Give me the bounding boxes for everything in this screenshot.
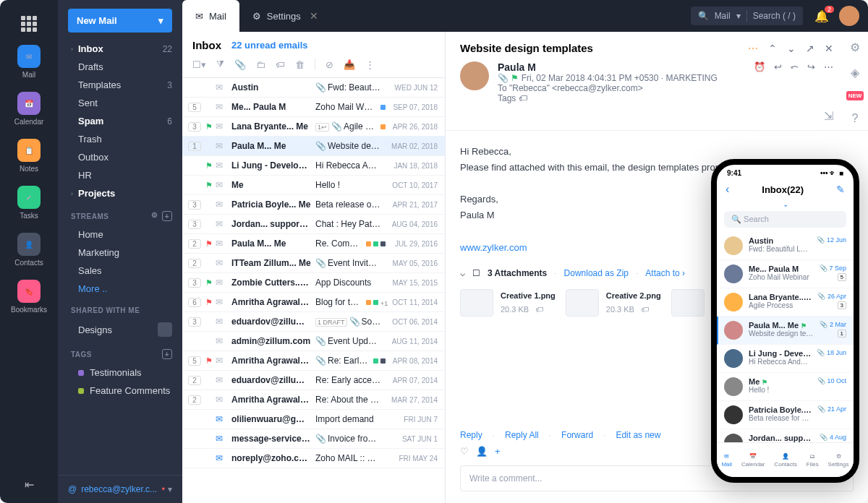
mobile-email-row[interactable]: Me ⚑ Hello ! 📎 10 Oct <box>717 373 854 401</box>
archive-icon[interactable]: 📥 <box>344 59 355 70</box>
more-actions-icon[interactable]: ⋯ <box>824 61 833 103</box>
popout-icon[interactable]: ↗ <box>806 43 814 54</box>
email-row[interactable]: 3 ⚑ ✉ Patricia Boyle... Me Beta release … <box>182 195 445 215</box>
email-row[interactable]: 2 ⚑ ✉ eduardov@zillum.c... Re: Early acc… <box>182 371 445 390</box>
reply-all-link[interactable]: Reply All <box>505 430 539 440</box>
mobile-email-row[interactable]: Lana Bryante... Me ⚑ Agile Process 📎 26 … <box>717 288 854 317</box>
tag-feature-comments[interactable]: Feature Comments <box>58 382 182 400</box>
folder-projects[interactable]: › Projects <box>58 184 182 202</box>
email-row[interactable]: 6 ⚑ ✉ Amritha Agrawal... ... Blog for th… <box>182 293 445 312</box>
mobile-email-row[interactable]: Li Jung - Developer ⚑ Hi Rebecca Anderso… <box>717 345 854 373</box>
close-reader-icon[interactable]: ✕ <box>825 43 833 54</box>
add-tag-inline-icon[interactable]: 🏷 <box>519 93 527 103</box>
email-row[interactable]: 0 ⚑ ✉ Austin 📎Fwd: Beautiful locati... W… <box>182 78 445 98</box>
rail-calendar[interactable]: 📅 Calendar <box>11 92 47 126</box>
email-row[interactable]: 0 ⚑ ✉ admin@zillum.com 📎Event Updated - … <box>182 332 445 351</box>
select-all-checkbox[interactable]: ☐▾ <box>192 59 206 70</box>
edit-as-new-link[interactable]: Edit as new <box>616 430 660 440</box>
prev-email-icon[interactable]: ⌃ <box>768 43 777 54</box>
mobile-email-row[interactable]: Me... Paula M Zoho Mail Webinar 📎 7 Sep … <box>717 260 854 288</box>
more-icon[interactable]: ⋮ <box>365 59 375 70</box>
folder-trash[interactable]: Trash <box>58 130 182 148</box>
email-row[interactable]: 3 ⚑ ✉ eduardov@zillum.c... 1 DRAFT📎Some … <box>182 312 445 332</box>
stream-home[interactable]: Home <box>58 225 182 244</box>
search-box[interactable]: 🔍 Mail▾ Search ( / ) <box>691 7 803 25</box>
folder-hr[interactable]: HR <box>58 166 182 184</box>
notifications-icon[interactable]: 🔔2 <box>814 9 829 23</box>
conversation-icon[interactable]: ⋯ <box>748 43 758 54</box>
folder-spam[interactable]: Spam 6 <box>58 112 182 130</box>
email-row[interactable]: 2 ⚑ ✉ Amritha Agrawal... ... Re: About t… <box>182 390 445 410</box>
like-icon[interactable]: ♡ <box>460 446 469 457</box>
folder-drafts[interactable]: Drafts <box>58 58 182 76</box>
email-row[interactable]: 3 ⚑ ✉ Zombie Cutters... le... App Discou… <box>182 273 445 293</box>
stream-more-[interactable]: More .. <box>58 280 182 298</box>
tag-testimonials[interactable]: Testimonials <box>58 364 182 382</box>
stream-marketing[interactable]: Marketing <box>58 244 182 262</box>
rail-mail[interactable]: ✉ Mail <box>11 45 47 79</box>
folder-inbox[interactable]: › Inbox 22 <box>58 40 182 58</box>
mobile-compose-icon[interactable]: ✎ <box>836 184 845 195</box>
share-person-icon[interactable]: 👤 <box>476 446 488 457</box>
reply-icon[interactable]: ↩ <box>774 61 782 103</box>
collapse-rail-icon[interactable]: ⇤ <box>25 478 34 491</box>
tab-settings[interactable]: ⚙ Settings ✕ <box>239 0 331 32</box>
mobile-tab-calendar[interactable]: 📅Calendar <box>741 453 765 468</box>
email-row[interactable]: 0 ⚑ ✉ Me Hello ! OCT 10, 2017 <box>182 176 445 195</box>
attach-to-link[interactable]: Attach to › <box>645 266 685 280</box>
folder-sent[interactable]: Sent <box>58 94 182 112</box>
stream-sales[interactable]: Sales <box>58 262 182 280</box>
mobile-email-row[interactable]: Austin Fwd: Beautiful Locations 📎 12 Jun <box>717 232 854 260</box>
apps-launcher-icon[interactable] <box>21 16 37 32</box>
new-mail-button[interactable]: New Mail ▾ <box>68 9 172 33</box>
shared-designs[interactable]: Designs <box>58 319 182 340</box>
folder-templates[interactable]: Templates 3 <box>58 76 182 94</box>
download-zip-link[interactable]: Download as Zip <box>564 266 629 280</box>
reminder-icon[interactable]: ⏰ <box>754 61 765 103</box>
rail-bookmarks[interactable]: 🔖 Bookmarks <box>11 280 47 314</box>
mobile-search[interactable]: 🔍 Search <box>724 211 846 228</box>
next-email-icon[interactable]: ⌄ <box>787 43 796 54</box>
rail-notes[interactable]: 📋 Notes <box>11 139 47 173</box>
mobile-email-row[interactable]: Paula M... Me ⚑ Website design templates… <box>717 317 854 345</box>
settings-icon[interactable]: ⚙ <box>850 40 860 54</box>
rail-tasks[interactable]: ✔ Tasks <box>11 186 47 220</box>
forward-link[interactable]: Forward <box>561 430 593 440</box>
widgets-icon[interactable]: ◈ <box>851 66 859 79</box>
email-row[interactable]: 0 ⚑ ✉ message-service@... 📎Invoice from … <box>182 429 445 449</box>
email-row[interactable]: 0 ⚑ ✉ Li Jung - Developer Hi Rebecca And… <box>182 156 445 176</box>
tab-mail[interactable]: ✉ Mail <box>182 0 239 32</box>
unread-count[interactable]: 22 unread emails <box>231 40 308 51</box>
body-link[interactable]: www.zylker.com <box>460 242 527 253</box>
user-avatar[interactable] <box>839 6 859 26</box>
attachment-filter-icon[interactable]: 📎 <box>234 59 246 70</box>
email-row[interactable]: 5 ⚑ ✉ Amritha Agrawal... ... 📎Re: Early … <box>182 351 445 371</box>
email-row[interactable]: 3 ⚑ ✉ Jordan... support@z... Chat : Hey … <box>182 215 445 234</box>
tag-icon[interactable]: 🏷 <box>276 59 285 70</box>
email-row[interactable]: 2 ⚑ ✉ Paula M... Me Re. Comparison ... J… <box>182 234 445 254</box>
delete-icon[interactable]: 🗑 <box>295 59 305 70</box>
reply-all-icon[interactable]: ⤺ <box>791 61 799 103</box>
mobile-tab-files[interactable]: 🗂Files <box>807 453 819 468</box>
mobile-tab-mail[interactable]: ✉Mail <box>721 453 732 468</box>
email-row[interactable]: 0 ⚑ ✉ olilienwuaru@gmai... Import demand… <box>182 410 445 429</box>
email-row[interactable]: 1 ⚑ ✉ Paula M... Me 📎Website design temp… <box>182 137 445 156</box>
mobile-email-row[interactable]: Patricia Boyle... Me Beta release for ap… <box>717 401 854 429</box>
forward-icon[interactable]: ↪ <box>807 61 815 103</box>
attachment-item[interactable]: Creative 1.png20.3 KB 🏷 <box>460 289 556 317</box>
mobile-tab-settings[interactable]: ⚙Settings <box>828 453 849 468</box>
add-tag-icon[interactable]: + <box>162 349 172 359</box>
help-icon[interactable]: ? <box>852 112 859 125</box>
add-stream-icon[interactable]: + <box>162 211 172 221</box>
account-switcher[interactable]: @rebecca@zylker.c... • ▾ <box>58 475 182 503</box>
email-row[interactable]: 0 ⚑ ✉ noreply@zoho.com Zoho MAIL :: Mail… <box>182 449 445 468</box>
share-icon[interactable]: ⇲ <box>824 110 833 122</box>
filter-icon[interactable]: ⧩ <box>216 59 224 70</box>
email-row[interactable]: 5 ⚑ ✉ Me... Paula M Zoho Mail Webinar SE… <box>182 98 445 117</box>
email-row[interactable]: 2 ⚑ ✉ ITTeam Zillum... Me 📎Event Invitat… <box>182 254 445 273</box>
email-row[interactable]: 3 ⚑ ✉ Lana Bryante... Me 1↩📎Agile Proces… <box>182 117 445 137</box>
close-tab-icon[interactable]: ✕ <box>310 10 318 22</box>
add-reaction-icon[interactable]: + <box>495 446 501 457</box>
reply-link[interactable]: Reply <box>460 430 482 440</box>
folder-outbox[interactable]: Outbox <box>58 148 182 166</box>
